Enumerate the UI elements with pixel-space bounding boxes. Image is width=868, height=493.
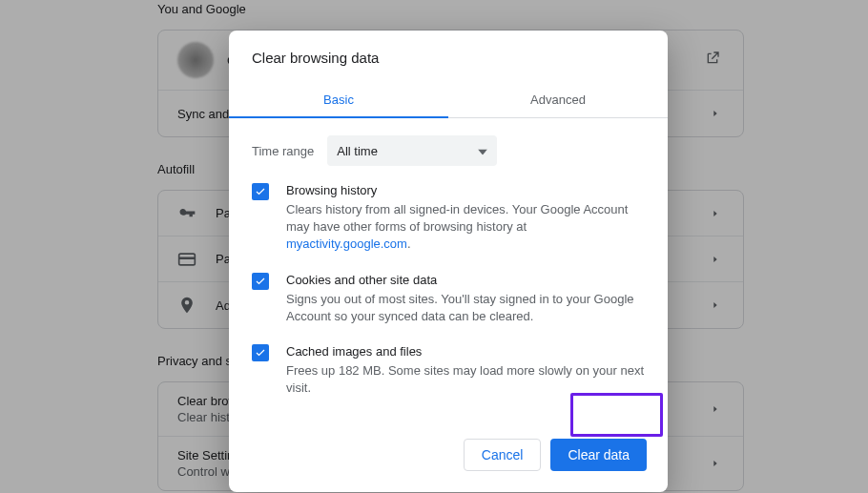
checkbox-browsing-history[interactable] [252,183,269,200]
tab-advanced[interactable]: Advanced [448,81,668,117]
tab-basic[interactable]: Basic [229,81,448,117]
clear-data-button[interactable]: Clear data [550,439,647,471]
time-range-label: Time range [252,144,314,158]
option-title: Cached images and files [286,344,645,359]
checkbox-cookies[interactable] [252,273,269,290]
dialog-title: Clear browsing data [252,50,645,66]
option-desc: Frees up 182 MB. Some sites may load mor… [286,362,645,397]
myactivity-link[interactable]: myactivity.google.com [286,236,407,251]
option-title: Cookies and other site data [286,273,645,287]
option-browsing-history: Browsing history Clears history from all… [252,183,645,254]
clear-browsing-data-dialog: Clear browsing data Basic Advanced Time … [229,31,668,492]
time-range-select[interactable]: All time [327,135,497,166]
dropdown-triangle-icon [478,144,487,158]
option-cookies: Cookies and other site data Signs you ou… [252,273,645,325]
option-cached: Cached images and files Frees up 182 MB.… [252,344,645,397]
checkbox-cached[interactable] [252,344,269,361]
dialog-tabs: Basic Advanced [229,81,668,118]
option-desc: Clears history from all signed-in device… [286,201,645,254]
cancel-button[interactable]: Cancel [464,439,542,471]
option-desc: Signs you out of most sites. You'll stay… [286,291,645,325]
option-title: Browsing history [286,183,645,197]
time-range-value: All time [337,144,378,158]
